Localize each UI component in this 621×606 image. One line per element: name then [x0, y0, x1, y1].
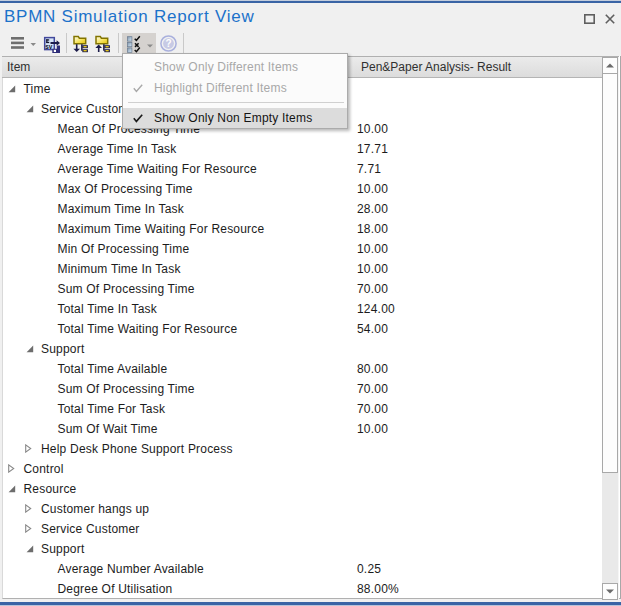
svg-text:?: ? — [165, 38, 171, 49]
